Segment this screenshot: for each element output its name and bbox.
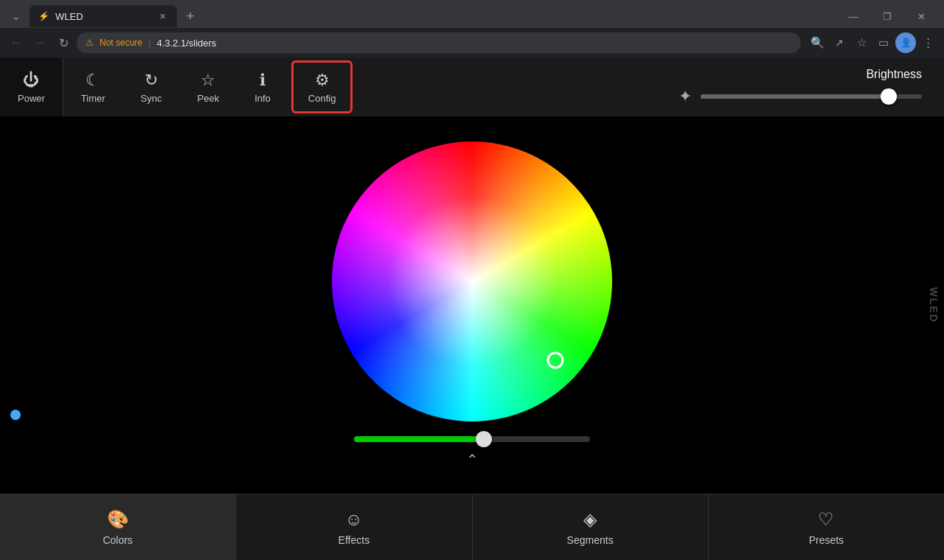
browser-actions: 🔍 ↗ ☆ ▭ 👤 ⋮ <box>807 32 938 53</box>
brightness-fill <box>701 94 889 99</box>
color-value-slider-container[interactable] <box>354 436 590 442</box>
sync-label: Sync <box>141 93 162 104</box>
colors-tab[interactable]: 🎨 Colors <box>0 494 236 560</box>
address-bar[interactable]: ⚠ Not secure | 4.3.2.1/sliders <box>77 32 801 53</box>
brightness-sun-icon: ✦ <box>678 87 692 106</box>
svg-point-0 <box>332 141 612 421</box>
address-separator: | <box>148 38 150 49</box>
presets-label: Presets <box>809 534 844 546</box>
config-icon: ⚙ <box>315 71 330 90</box>
wled-app: ⏻ Power ☾ Timer ↻ Sync ☆ Peek ℹ Info <box>0 57 944 560</box>
colors-label: Colors <box>103 534 132 546</box>
bookmark-btn[interactable]: ☆ <box>851 32 872 53</box>
main-content: WLED <box>0 116 944 494</box>
color-value-slider-thumb[interactable] <box>476 431 492 447</box>
config-label: Config <box>308 93 336 104</box>
brightness-thumb[interactable] <box>881 88 897 105</box>
presets-icon: ♡ <box>818 509 834 530</box>
config-btn[interactable]: ⚙ Config <box>291 60 353 113</box>
info-label: Info <box>254 93 271 104</box>
blue-dot-indicator <box>10 410 21 420</box>
minimize-btn[interactable]: — <box>836 2 870 30</box>
reload-btn[interactable]: ↻ <box>53 32 74 53</box>
timer-icon: ☾ <box>86 71 100 90</box>
color-value-slider-track[interactable] <box>354 436 590 442</box>
back-btn[interactable]: ← <box>6 32 27 53</box>
nav-buttons-group: ⏻ Power ☾ Timer ↻ Sync ☆ Peek ℹ Info <box>0 57 355 116</box>
peek-btn[interactable]: ☆ Peek <box>180 57 237 116</box>
segments-label: Segments <box>567 534 614 546</box>
brightness-label: Brightness <box>866 68 922 81</box>
segments-icon: ◈ <box>583 509 597 530</box>
segments-tab[interactable]: ◈ Segments <box>473 494 709 560</box>
effects-icon: ☺ <box>345 509 364 530</box>
tab-favicon: ⚡ <box>38 11 49 21</box>
address-bar-row: ← → ↻ ⚠ Not secure | 4.3.2.1/sliders 🔍 ↗… <box>0 28 944 57</box>
color-value-slider-fill <box>354 436 484 442</box>
wled-watermark: WLED <box>928 287 940 323</box>
timer-label: Timer <box>81 93 105 104</box>
browser-tab-active[interactable]: ⚡ WLED ✕ <box>30 5 177 27</box>
top-nav: ⏻ Power ☾ Timer ↻ Sync ☆ Peek ℹ Info <box>0 57 944 116</box>
color-wheel-svg[interactable] <box>332 141 612 421</box>
tab-dropdown-btn[interactable]: ⌄ <box>6 6 27 27</box>
profile-avatar[interactable]: 👤 <box>895 32 916 53</box>
power-btn[interactable]: ⏻ Power <box>0 57 63 116</box>
address-url: 4.3.2.1/sliders <box>156 38 216 49</box>
info-icon: ℹ <box>260 71 266 90</box>
tab-title: WLED <box>55 11 83 22</box>
share-btn[interactable]: ↗ <box>829 32 850 53</box>
close-btn[interactable]: ✕ <box>904 2 938 30</box>
power-label: Power <box>18 93 45 104</box>
browser-tab-bar: ⌄ ⚡ WLED ✕ + — ❐ ✕ <box>0 0 944 28</box>
brightness-slider[interactable] <box>701 94 922 99</box>
bottom-nav: 🎨 Colors ☺ Effects ◈ Segments ♡ Presets <box>0 494 944 560</box>
power-icon: ⏻ <box>23 71 39 90</box>
sync-icon: ↻ <box>145 71 158 90</box>
peek-label: Peek <box>198 93 220 104</box>
info-btn[interactable]: ℹ Info <box>237 57 288 116</box>
tab-close-btn[interactable]: ✕ <box>156 10 168 22</box>
new-tab-btn[interactable]: + <box>180 6 201 27</box>
peek-icon: ☆ <box>201 71 215 90</box>
presets-tab[interactable]: ♡ Presets <box>709 494 944 560</box>
effects-tab[interactable]: ☺ Effects <box>236 494 472 560</box>
effects-label: Effects <box>339 534 370 546</box>
color-expand-btn[interactable]: ⌃ <box>466 451 479 469</box>
brightness-control[interactable]: ✦ <box>678 87 929 106</box>
forward-btn[interactable]: → <box>30 32 50 53</box>
maximize-btn[interactable]: ❐ <box>870 2 904 30</box>
menu-btn[interactable]: ⋮ <box>917 32 938 53</box>
window-controls: — ❐ ✕ <box>836 2 938 30</box>
color-wheel-container[interactable] <box>332 141 612 421</box>
address-warning-text: Not secure <box>100 38 142 48</box>
colors-icon: 🎨 <box>107 509 129 530</box>
security-warning-icon: ⚠ <box>86 38 94 48</box>
timer-btn[interactable]: ☾ Timer <box>63 57 123 116</box>
search-btn[interactable]: 🔍 <box>807 32 827 53</box>
brightness-section: Brightness ✦ <box>355 57 944 116</box>
sync-btn[interactable]: ↻ Sync <box>123 57 180 116</box>
sidebar-toggle-btn[interactable]: ▭ <box>873 32 894 53</box>
